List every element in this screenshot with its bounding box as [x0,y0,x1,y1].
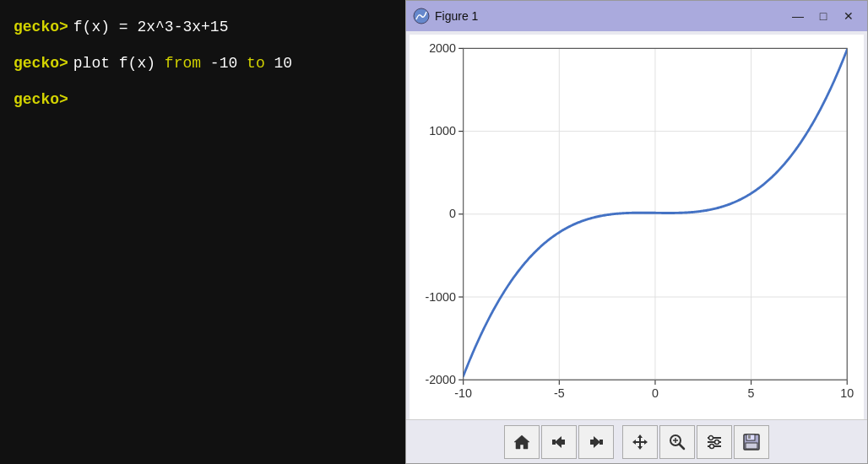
terminal-line-2: gecko> plot f(x) from -10 to 10 [14,53,392,74]
svg-text:10: 10 [840,386,854,400]
prompt-2: gecko> [14,53,68,74]
configure-icon [705,433,724,451]
figure-app-icon [413,8,430,24]
configure-button[interactable] [697,425,732,459]
maximize-button[interactable]: □ [811,7,835,25]
save-icon [742,433,761,451]
figure-titlebar: Figure 1 — □ ✕ [406,1,867,31]
back-icon [550,433,568,451]
figure-window: Figure 1 — □ ✕ -10-50510-2000-1000010002… [405,0,868,464]
svg-rect-53 [746,443,757,449]
terminal-panel: gecko> f(x) = 2x^3-3x+15 gecko> plot f(x… [0,0,405,464]
svg-text:0: 0 [449,207,456,220]
keyword-from: from [165,55,201,72]
prompt-1: gecko> [14,17,68,38]
plot-svg: -10-50510-2000-1000010002000 [410,35,864,419]
svg-marker-39 [632,434,648,450]
zoom-icon [668,433,686,451]
keyword-to: to [247,55,265,72]
svg-rect-36 [552,440,556,445]
svg-marker-34 [514,435,529,449]
home-icon [513,433,531,451]
home-button[interactable] [504,425,540,459]
terminal-line-1: gecko> f(x) = 2x^3-3x+15 [14,17,392,38]
forward-button[interactable] [578,425,614,459]
svg-text:1000: 1000 [429,124,456,138]
forward-icon [587,433,605,451]
svg-rect-52 [748,435,751,439]
svg-marker-37 [590,436,600,448]
svg-point-48 [715,440,719,444]
svg-line-41 [680,444,685,449]
zoom-button[interactable] [659,425,695,459]
svg-marker-35 [555,436,565,448]
svg-rect-38 [599,440,603,445]
cmd-2: plot f(x) from -10 to 10 [73,53,292,74]
svg-text:-5: -5 [554,386,565,400]
prompt-3: gecko> [14,89,68,111]
svg-text:-2000: -2000 [425,373,455,386]
svg-text:2000: 2000 [429,41,456,55]
terminal-line-3: gecko> [14,89,392,111]
svg-text:-10: -10 [454,386,472,400]
pan-icon [631,433,649,451]
plot-area: -10-50510-2000-1000010002000 [410,35,864,419]
minimize-button[interactable]: — [786,7,810,25]
close-button[interactable]: ✕ [837,7,860,25]
svg-text:-1000: -1000 [425,289,455,303]
svg-text:0: 0 [652,386,659,400]
save-button[interactable] [734,425,769,459]
back-button[interactable] [541,425,577,459]
figure-toolbar [406,419,867,463]
svg-point-47 [709,435,713,440]
figure-title: Figure 1 [435,9,784,23]
svg-point-49 [710,444,714,448]
pan-button[interactable] [622,425,658,459]
cmd-1: f(x) = 2x^3-3x+15 [73,17,229,38]
svg-text:5: 5 [748,386,755,400]
